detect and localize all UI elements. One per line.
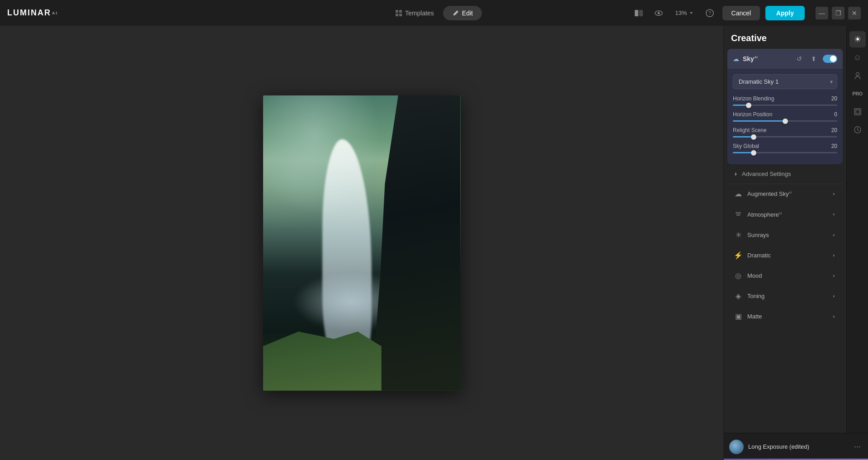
templates-icon — [395, 9, 402, 17]
history-tool-button[interactable] — [849, 122, 866, 138]
zoom-control[interactable]: 13% — [671, 8, 697, 18]
sky-preset-select[interactable]: Dramatic Sky 1 — [733, 74, 837, 89]
toning-icon: ◈ — [734, 292, 743, 300]
augmented-sky-label: Augmented SkyAI — [747, 190, 827, 197]
app-logo: LUMINARAI — [7, 8, 58, 18]
svg-rect-2 — [396, 14, 398, 16]
sky-upload-button[interactable]: ⬆ — [808, 53, 819, 64]
toning-label: Toning — [747, 293, 827, 299]
atmosphere-label: AtmosphereAI — [747, 211, 827, 218]
chevron-right-icon — [832, 192, 836, 196]
edit-nav-button[interactable]: Edit — [443, 6, 482, 20]
edit-icon — [452, 9, 459, 17]
svg-rect-14 — [854, 109, 861, 115]
photo-canvas — [263, 95, 461, 391]
svg-point-13 — [856, 73, 859, 76]
right-panel: Creative ☁ SkyAI ↺ ⬆ — [723, 26, 868, 460]
mood-item[interactable]: ◎ Mood — [727, 266, 843, 285]
advanced-settings-row[interactable]: Advanced Settings — [727, 166, 843, 182]
chevron-right-icon — [832, 212, 836, 217]
more-options-button[interactable]: ··· — [852, 440, 863, 453]
augmented-sky-icon: ☁ — [734, 190, 743, 198]
sky-global-label: Sky Global — [733, 143, 759, 149]
sun-tool-button[interactable]: ☀ — [849, 31, 866, 47]
sky-module-header[interactable]: ☁ SkyAI ↺ ⬆ — [727, 49, 843, 69]
panel-content: Creative ☁ SkyAI ↺ ⬆ — [724, 26, 868, 433]
horizon-position-track[interactable] — [733, 120, 837, 122]
bottom-bar: Long Exposure (edited) ··· — [724, 433, 868, 460]
svg-rect-4 — [635, 10, 638, 16]
chevron-right-icon — [832, 294, 836, 299]
svg-point-7 — [658, 12, 660, 14]
horizon-position-value: 0 — [834, 111, 837, 118]
dramatic-icon: ⚡ — [734, 251, 743, 260]
chevron-right-icon — [832, 233, 836, 237]
mood-icon: ◎ — [734, 271, 743, 280]
sunrays-icon: ✳ — [734, 231, 743, 239]
close-button[interactable]: ✕ — [848, 7, 861, 19]
nav-center: Templates Edit — [386, 6, 482, 20]
layer-thumbnail — [729, 440, 744, 454]
sky-global-slider-row: Sky Global 20 — [733, 143, 837, 153]
chevron-right-icon — [832, 253, 836, 258]
eye-icon[interactable] — [651, 6, 666, 20]
svg-rect-0 — [396, 10, 398, 13]
augmented-sky-item[interactable]: ☁ Augmented SkyAI — [727, 184, 843, 204]
sky-preset-dropdown-wrapper: Dramatic Sky 1 ▾ — [733, 74, 837, 89]
sky-module: ☁ SkyAI ↺ ⬆ Dramatic Sky 1 — [727, 49, 843, 164]
pro-tool-button[interactable]: PRO — [849, 85, 866, 102]
main-area: Creative ☁ SkyAI ↺ ⬆ — [0, 26, 868, 460]
right-sidebar: ☀ ☺ PRO — [846, 26, 868, 433]
svg-rect-15 — [856, 110, 859, 114]
sky-global-thumb[interactable] — [751, 150, 756, 156]
chevron-right-icon — [832, 314, 836, 319]
horizon-position-slider-row: Horizon Position 0 — [733, 111, 837, 122]
relight-scene-thumb[interactable] — [751, 134, 756, 140]
sky-toggle[interactable] — [823, 55, 837, 63]
horizon-position-label: Horizon Position — [733, 111, 772, 118]
horizon-blending-track[interactable] — [733, 104, 837, 106]
sky-module-body: Dramatic Sky 1 ▾ Horizon Blending 20 — [727, 69, 843, 164]
sky-global-track[interactable] — [733, 152, 837, 153]
matte-item[interactable]: ▣ Matte — [727, 307, 843, 326]
templates-nav-button[interactable]: Templates — [386, 6, 443, 20]
dramatic-item[interactable]: ⚡ Dramatic — [727, 246, 843, 265]
sunrays-item[interactable]: ✳ Sunrays — [727, 225, 843, 245]
face-tool-button[interactable]: ☺ — [849, 49, 866, 66]
minimize-button[interactable]: — — [816, 7, 828, 19]
horizon-position-thumb[interactable] — [783, 119, 788, 124]
horizon-position-fill — [733, 120, 785, 122]
svg-rect-5 — [639, 10, 643, 16]
relight-scene-track[interactable] — [733, 136, 837, 138]
maximize-button[interactable]: ❐ — [832, 7, 844, 19]
horizon-blending-slider-row: Horizon Blending 20 — [733, 95, 837, 106]
dramatic-label: Dramatic — [747, 252, 827, 259]
cancel-button[interactable]: Cancel — [722, 6, 760, 20]
relight-scene-label: Relight Scene — [733, 127, 767, 133]
sky-module-controls: ↺ ⬆ — [794, 53, 837, 64]
horizon-blending-thumb[interactable] — [746, 103, 751, 108]
panel-main: Creative ☁ SkyAI ↺ ⬆ — [724, 26, 846, 433]
sky-reset-button[interactable]: ↺ — [794, 53, 805, 64]
svg-text:?: ? — [708, 11, 711, 16]
matte-label: Matte — [747, 313, 827, 320]
atmosphere-item[interactable]: AtmosphereAI — [727, 204, 843, 224]
svg-rect-1 — [399, 10, 402, 13]
svg-rect-3 — [399, 14, 402, 16]
relight-scene-value: 20 — [831, 127, 837, 133]
frame-tool-button[interactable] — [849, 104, 866, 120]
mood-label: Mood — [747, 272, 827, 279]
portrait-tool-button[interactable] — [849, 67, 866, 84]
sky-global-value: 20 — [831, 143, 837, 149]
help-icon[interactable]: ? — [703, 6, 717, 20]
apply-button[interactable]: Apply — [765, 6, 805, 20]
compare-icon[interactable] — [632, 6, 646, 20]
canvas-area — [0, 26, 723, 460]
horizon-blending-label: Horizon Blending — [733, 95, 774, 102]
creative-header: Creative — [724, 26, 846, 49]
toning-item[interactable]: ◈ Toning — [727, 286, 843, 306]
sky-module-title: SkyAI — [743, 55, 790, 62]
bottom-info: Long Exposure (edited) — [748, 443, 848, 450]
horizon-blending-value: 20 — [831, 95, 837, 102]
sky-module-icon: ☁ — [733, 55, 739, 62]
